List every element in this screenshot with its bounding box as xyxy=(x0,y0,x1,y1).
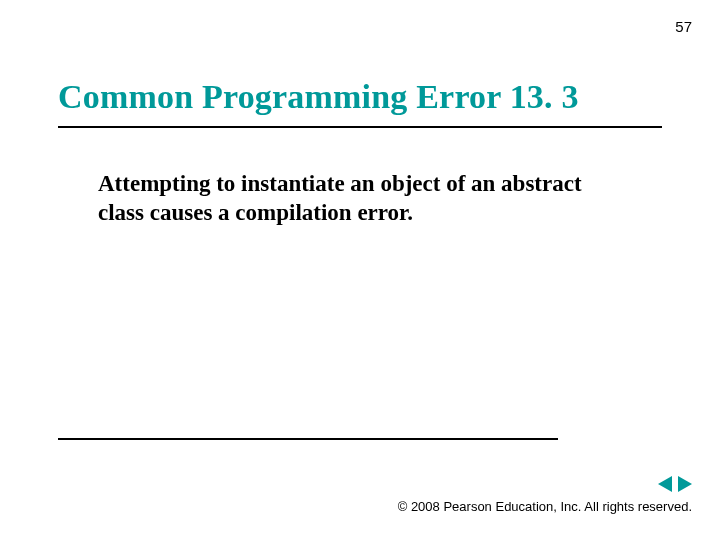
slide-title: Common Programming Error 13. 3 xyxy=(58,78,662,116)
footer-copyright: © 2008 Pearson Education, Inc. All right… xyxy=(398,499,692,514)
slide: 57 Common Programming Error 13. 3 Attemp… xyxy=(0,0,720,540)
body-text: Attempting to instantiate an object of a… xyxy=(98,170,628,228)
slide-nav xyxy=(658,476,692,492)
title-underline xyxy=(58,126,662,128)
next-icon[interactable] xyxy=(678,476,692,492)
page-number: 57 xyxy=(675,18,692,35)
prev-icon[interactable] xyxy=(658,476,672,492)
bottom-rule xyxy=(58,438,558,440)
